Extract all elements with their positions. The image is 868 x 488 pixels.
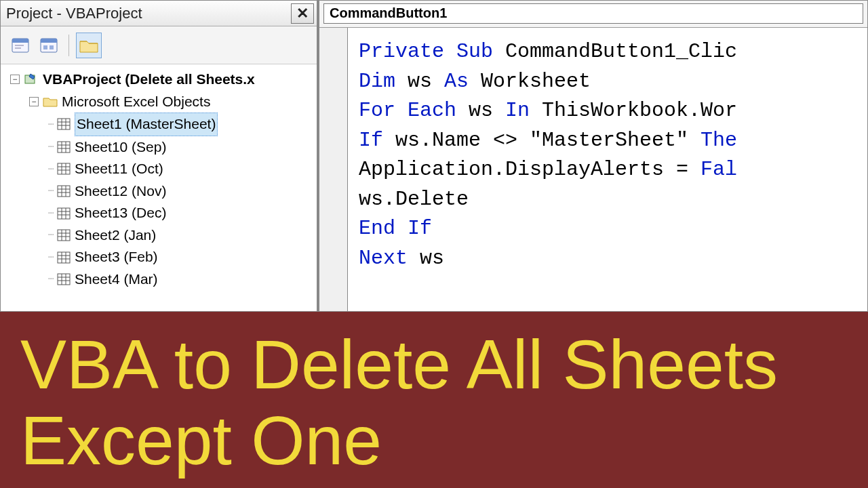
tree-sheet-label: Sheet2 (Jan) xyxy=(75,224,156,247)
tree-sheet-item[interactable]: ┈Sheet3 (Feb) xyxy=(3,246,314,268)
svg-rect-44 xyxy=(58,274,70,285)
toolbar-separator xyxy=(68,35,69,56)
svg-rect-29 xyxy=(58,208,70,219)
project-tree[interactable]: − VBAProject (Delete all Sheets.x − Micr… xyxy=(1,64,317,311)
close-button[interactable]: ✕ xyxy=(291,3,314,24)
view-object-icon xyxy=(40,38,58,53)
object-dropdown[interactable]: CommandButton1 xyxy=(323,3,863,24)
tree-sheet-item[interactable]: ┈Sheet1 (MasterSheet) xyxy=(3,113,314,136)
close-icon: ✕ xyxy=(296,5,309,22)
svg-rect-14 xyxy=(58,142,70,152)
tree-connector: ┈ xyxy=(48,184,53,199)
collapse-icon[interactable]: − xyxy=(10,75,20,84)
svg-rect-19 xyxy=(58,163,70,174)
banner-line-1: VBA to Delete All Sheets xyxy=(20,327,848,403)
worksheet-icon xyxy=(57,273,71,285)
tree-root[interactable]: − VBAProject (Delete all Sheets.x xyxy=(3,68,314,91)
svg-rect-6 xyxy=(43,45,47,49)
folder-open-icon xyxy=(43,96,58,108)
worksheet-icon xyxy=(57,207,71,220)
tree-sheet-label: Sheet11 (Oct) xyxy=(75,158,163,180)
svg-rect-39 xyxy=(58,252,70,263)
tree-sheet-label: Sheet3 (Feb) xyxy=(75,246,158,268)
tree-connector: ┈ xyxy=(48,162,53,177)
code-panel: CommandButton1 Private Sub CommandButton… xyxy=(317,0,868,312)
title-banner: VBA to Delete All Sheets Except One xyxy=(0,312,868,488)
code-gutter xyxy=(319,28,348,311)
svg-rect-7 xyxy=(50,45,54,49)
tree-sheet-label: Sheet13 (Dec) xyxy=(75,202,166,224)
tree-sheet-label: Sheet4 (Mar) xyxy=(75,268,158,291)
worksheet-icon xyxy=(57,251,71,264)
code-text[interactable]: Private Sub CommandButton1_ClicDim ws As… xyxy=(348,28,867,311)
tree-connector: ┈ xyxy=(48,272,53,287)
svg-rect-5 xyxy=(41,39,57,43)
folder-icon xyxy=(79,37,99,54)
tree-sheet-label: Sheet10 (Sep) xyxy=(75,136,166,159)
object-dropdown-value: CommandButton1 xyxy=(330,5,447,20)
tree-connector: ┈ xyxy=(48,250,53,265)
tree-connector: ┈ xyxy=(48,228,53,243)
svg-rect-1 xyxy=(12,39,28,43)
tree-sheet-item[interactable]: ┈Sheet13 (Dec) xyxy=(3,202,314,224)
tree-sheet-item[interactable]: ┈Sheet4 (Mar) xyxy=(3,268,314,291)
worksheet-icon xyxy=(57,141,71,153)
project-panel-titlebar: Project - VBAProject ✕ xyxy=(1,1,317,26)
view-code-icon xyxy=(12,38,29,53)
worksheet-icon xyxy=(57,163,71,175)
tree-sheet-item[interactable]: ┈Sheet2 (Jan) xyxy=(3,224,314,247)
code-area: Private Sub CommandButton1_ClicDim ws As… xyxy=(319,28,867,311)
view-object-button[interactable] xyxy=(36,33,62,58)
svg-rect-34 xyxy=(58,230,70,241)
view-code-button[interactable] xyxy=(7,33,33,58)
tree-folder[interactable]: − Microsoft Excel Objects xyxy=(3,91,314,113)
tree-root-label: VBAProject (Delete all Sheets.x xyxy=(43,68,255,91)
tree-connector: ┈ xyxy=(48,140,53,155)
svg-rect-24 xyxy=(58,186,70,197)
collapse-icon[interactable]: − xyxy=(29,97,39,106)
worksheet-icon xyxy=(57,118,71,130)
project-panel-title: Project - VBAProject xyxy=(6,5,142,22)
tree-connector: ┈ xyxy=(48,117,53,132)
object-dropdown-row: CommandButton1 xyxy=(319,1,867,28)
banner-line-2: Except One xyxy=(20,403,848,479)
tree-folder-label: Microsoft Excel Objects xyxy=(62,91,210,113)
tree-sheet-item[interactable]: ┈Sheet10 (Sep) xyxy=(3,136,314,159)
tree-sheet-item[interactable]: ┈Sheet12 (Nov) xyxy=(3,180,314,203)
tree-sheet-label: Sheet1 (MasterSheet) xyxy=(75,113,218,136)
worksheet-icon xyxy=(57,185,71,197)
project-explorer-panel: Project - VBAProject ✕ xyxy=(0,0,317,312)
tree-sheet-item[interactable]: ┈Sheet11 (Oct) xyxy=(3,158,314,180)
vba-project-icon xyxy=(24,73,39,86)
toggle-folders-button[interactable] xyxy=(76,33,102,58)
worksheet-icon xyxy=(57,229,71,241)
svg-rect-9 xyxy=(58,119,70,129)
tree-sheet-label: Sheet12 (Nov) xyxy=(75,180,166,203)
tree-connector: ┈ xyxy=(48,206,53,221)
project-toolbar xyxy=(1,26,317,64)
